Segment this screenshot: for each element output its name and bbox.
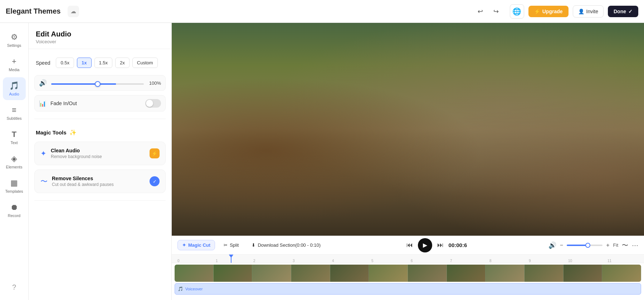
skip-back-button[interactable]: ⏮ [406, 241, 413, 249]
video-scene [172, 23, 644, 236]
split-button[interactable]: ✂ Split [219, 240, 243, 250]
more-options-button[interactable]: ⋯ [632, 241, 638, 249]
clean-audio-badge: ⚡ [150, 148, 160, 158]
project-title: Elegant Themes [6, 7, 60, 15]
redo-button[interactable]: ↪ [490, 5, 503, 18]
remove-silences-title: Remove Silences [52, 176, 145, 181]
video-frame-1 [175, 265, 214, 282]
sidebar-item-subtitles[interactable]: ≡ Subtitles [3, 102, 26, 124]
audio-track-music-icon: 🎵 [178, 286, 183, 291]
language-button[interactable]: 🌐 [510, 4, 524, 19]
waveform-button[interactable]: 〜 [622, 241, 628, 250]
sidebar-item-elements[interactable]: ◈ Elements [3, 150, 26, 173]
edit-panel-body: Speed 0.5x 1x 1.5x 2x Custom 🔊 100% 📊 Fa… [29, 49, 171, 209]
sidebar-item-settings[interactable]: ⚙ Settings [3, 29, 26, 51]
upgrade-button[interactable]: ⚡ Upgrade [528, 6, 569, 17]
remove-silences-badge: ✓ [150, 176, 160, 186]
skip-forward-button[interactable]: ⏭ [437, 241, 444, 249]
split-icon: ✂ [224, 242, 228, 248]
magic-cut-button[interactable]: ✦ Magic Cut [177, 240, 215, 250]
video-frame-8 [447, 265, 486, 282]
speed-1.5x-button[interactable]: 1.5x [94, 58, 113, 68]
upgrade-icon: ⚡ [534, 9, 540, 14]
templates-label: Templates [5, 189, 23, 193]
video-frame-10 [525, 265, 564, 282]
sidebar-item-templates[interactable]: ▦ Templates [3, 174, 26, 197]
ruler-mark-0: 0 [177, 259, 180, 263]
audio-label: Audio [9, 92, 19, 96]
media-icon: + [12, 57, 16, 66]
undo-button[interactable]: ↩ [474, 5, 487, 18]
clean-audio-icon: ✦ [40, 149, 47, 158]
fit-button[interactable]: Fit [613, 242, 618, 248]
playhead[interactable] [231, 255, 231, 263]
volume-icon: 🔊 [39, 79, 47, 87]
zoom-out-button[interactable]: − [560, 242, 563, 249]
undo-redo-group: ↩ ↪ [474, 5, 503, 18]
divider-2 [34, 200, 166, 201]
video-track-frames [175, 265, 641, 282]
settings-icon: ⚙ [11, 33, 18, 42]
settings-label: Settings [7, 43, 21, 48]
zoom-slider[interactable] [567, 245, 602, 246]
fade-row: 📊 Fade In/Out [34, 95, 166, 112]
video-frame-9 [486, 265, 525, 282]
volume-slider[interactable] [51, 83, 144, 85]
invite-label: Invite [586, 9, 598, 14]
volume-slider-container [51, 80, 144, 86]
video-frame-2 [214, 265, 253, 282]
play-button[interactable]: ▶ [418, 238, 432, 252]
volume-percent: 100% [148, 80, 161, 86]
magic-tools-label: Magic Tools [36, 129, 67, 136]
playhead-triangle [229, 255, 234, 258]
ruler-mark-6: 6 [411, 259, 413, 263]
icon-nav: ⚙ Settings + Media 🎵 Audio ≡ Subtitles T… [0, 23, 29, 300]
audio-track[interactable]: 🎵 Voiceover [175, 283, 641, 295]
ruler-mark-1: 1 [216, 259, 218, 263]
speed-label: Speed [36, 60, 50, 66]
ruler-mark-10: 10 [568, 259, 572, 263]
speed-0.5x-button[interactable]: 0.5x [56, 58, 74, 68]
subtitles-icon: ≡ [12, 105, 16, 115]
video-frame-11 [564, 265, 602, 282]
remove-silences-text: Remove Silences Cut out dead & awkward p… [52, 176, 145, 187]
sidebar-item-text[interactable]: T Text [3, 126, 26, 149]
record-label: Record [8, 213, 20, 218]
remove-silences-card[interactable]: 〜 Remove Silences Cut out dead & awkward… [34, 169, 166, 193]
edit-audio-panel: Edit Audio Voiceover Speed 0.5x 1x 1.5x … [29, 23, 172, 300]
edit-panel-subtitle: Voiceover [36, 39, 164, 44]
clean-audio-card[interactable]: ✦ Clean Audio Remove background noise ⚡ [34, 142, 166, 165]
elements-icon: ◈ [11, 154, 17, 163]
done-button[interactable]: Done ✓ [608, 6, 638, 17]
volume-row: 🔊 100% [34, 75, 166, 91]
text-label: Text [10, 141, 18, 145]
cloud-icon[interactable]: ☁ [68, 6, 79, 17]
zoom-in-button[interactable]: + [606, 242, 609, 249]
done-label: Done [614, 9, 626, 14]
speed-custom-button[interactable]: Custom [132, 58, 158, 68]
templates-icon: ▦ [10, 178, 18, 188]
subtitles-label: Subtitles [6, 116, 21, 121]
sidebar-item-audio[interactable]: 🎵 Audio [3, 77, 26, 100]
toggle-knob [146, 100, 153, 107]
transport-controls: ⏮ ▶ ⏭ 00:00:6 [329, 238, 544, 252]
sidebar-item-media[interactable]: + Media [3, 53, 26, 76]
video-frame-5 [330, 265, 369, 282]
audio-track-label: Voiceover [185, 287, 203, 291]
download-icon: ⬇ [252, 242, 255, 248]
download-section-button[interactable]: ⬇ Download Section(0:00 - 0:10) [247, 240, 325, 250]
invite-button[interactable]: 👤 Invite [573, 5, 604, 18]
help-button[interactable]: ? [3, 280, 26, 294]
audio-icon: 🎵 [9, 81, 19, 90]
edit-panel-title: Edit Audio [36, 30, 164, 38]
fit-label: Fit [613, 242, 618, 248]
sidebar-item-record[interactable]: ⏺ Record [3, 199, 26, 222]
speed-1x-button[interactable]: 1x [77, 58, 91, 68]
ruler-mark-7: 7 [450, 259, 452, 263]
ruler-mark-11: 11 [608, 259, 611, 263]
record-icon: ⏺ [10, 203, 18, 212]
fade-toggle[interactable] [145, 99, 161, 108]
media-label: Media [9, 68, 20, 72]
speed-2x-button[interactable]: 2x [115, 58, 130, 68]
fade-label: Fade In/Out [50, 100, 141, 106]
